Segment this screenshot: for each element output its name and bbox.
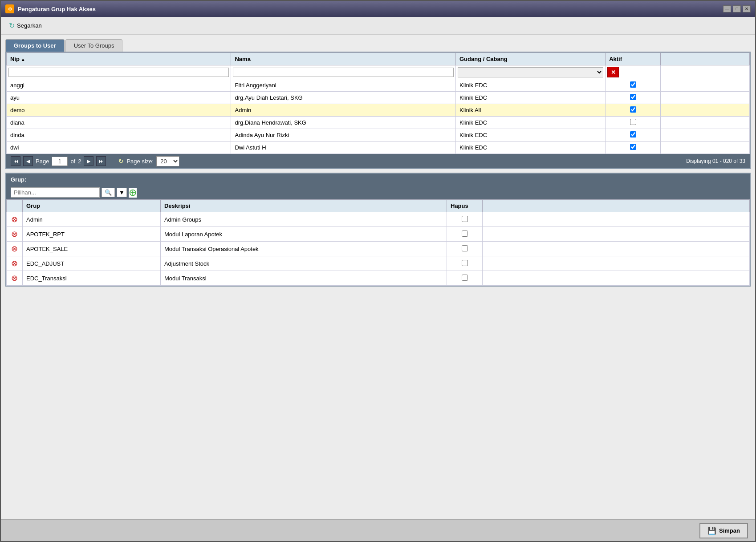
group-row[interactable]: ⊗EDC_ADJUSTAdjustment Stock [7, 256, 750, 271]
hapus-checkbox[interactable] [462, 260, 468, 266]
cell-aktif [606, 92, 661, 104]
aktif-checkbox[interactable] [630, 106, 636, 113]
col-header-aktif[interactable]: Aktif [606, 53, 661, 65]
page-size-select[interactable]: 102050100 [156, 156, 179, 166]
group-search-input[interactable] [11, 187, 100, 198]
table-row[interactable]: ayudrg.Ayu Diah Lestari, SKGKlinik EDC [7, 92, 750, 104]
save-button[interactable]: 💾 Simpan [699, 523, 748, 538]
delete-icon[interactable]: ⊗ [11, 215, 18, 224]
page-input[interactable] [52, 157, 68, 166]
cell-delete: ⊗ [7, 271, 23, 286]
cell-nip: anggi [7, 79, 231, 92]
aktif-clear-button[interactable]: ✕ [607, 67, 619, 77]
lower-section: Grup: 🔍 ▼ ⊕ Grup Deskripsi Hapus [5, 173, 751, 287]
search-bar: 🔍 ▼ ⊕ [6, 186, 750, 199]
cell-nama: Dwi Astuti H [231, 142, 455, 154]
of-label: of [70, 158, 75, 165]
cell-nip: diana [7, 117, 231, 129]
prev-page-btn[interactable]: ◀ [23, 156, 33, 166]
tab-user-to-groups[interactable]: User To Groups [65, 39, 123, 52]
col-header-hapus[interactable]: Hapus [447, 200, 483, 212]
cell-hapus [447, 227, 483, 242]
table-row[interactable]: dianadrg.Diana Hendrawati, SKGKlinik EDC [7, 117, 750, 129]
table-row[interactable]: dwiDwi Astuti HKlinik EDC [7, 142, 750, 154]
aktif-checkbox[interactable] [630, 94, 636, 100]
group-row[interactable]: ⊗AdminAdmin Groups [7, 212, 750, 227]
group-row[interactable]: ⊗EDC_TransaksiModul Transaksi [7, 271, 750, 286]
cell-nama: Fitri Anggeriyani [231, 79, 455, 92]
search-dropdown-btn[interactable]: ▼ [117, 188, 127, 197]
group-table-wrap: Grup Deskripsi Hapus ⊗AdminAdmin Groups⊗… [6, 199, 750, 286]
group-row[interactable]: ⊗APOTEK_SALEModul Transaksi Operasional … [7, 242, 750, 256]
col-header-del [7, 200, 23, 212]
window-title: Pengaturan Grup Hak Akses [18, 6, 96, 12]
plus-icon: ⊕ [129, 187, 137, 198]
cell-gudang: Klinik EDC [455, 142, 605, 154]
aktif-checkbox[interactable] [630, 81, 636, 88]
minimize-btn[interactable]: — [723, 5, 731, 12]
window-controls: — □ ✕ [723, 5, 751, 12]
maximize-btn[interactable]: □ [733, 5, 741, 12]
filter-nama[interactable] [233, 68, 453, 77]
next-page-btn[interactable]: ▶ [84, 156, 93, 166]
col-header-extra2 [483, 200, 750, 212]
displaying-info: Displaying 01 - 020 of 33 [686, 158, 745, 164]
cell-nama: drg.Ayu Diah Lestari, SKG [231, 92, 455, 104]
cell-nip: dwi [7, 142, 231, 154]
col-header-deskripsi[interactable]: Deskripsi [160, 200, 447, 212]
cell-deskripsi: Modul Transaksi Operasional Apotek [160, 242, 447, 256]
aktif-checkbox[interactable] [630, 119, 636, 125]
col-header-grup[interactable]: Grup [23, 200, 161, 212]
cell-grup: APOTEK_RPT [23, 227, 161, 242]
search-button[interactable]: 🔍 [102, 188, 115, 197]
grup-label: Grup: [6, 174, 750, 186]
filter-nip[interactable] [8, 68, 229, 77]
content-area: Groups to User User To Groups Nip Nama G… [1, 35, 755, 519]
delete-icon[interactable]: ⊗ [11, 274, 18, 283]
filter-gudang-wrap [458, 67, 603, 77]
filter-gudang-select[interactable] [458, 67, 603, 77]
close-btn[interactable]: ✕ [743, 5, 751, 12]
col-header-gudang[interactable]: Gudang / Cabang [455, 53, 605, 65]
table-row[interactable]: anggiFitri AnggeriyaniKlinik EDC [7, 79, 750, 92]
table-row[interactable]: dindaAdinda Ayu Nur RizkiKlinik EDC [7, 129, 750, 142]
cell-hapus [447, 242, 483, 256]
cell-grup: EDC_ADJUST [23, 256, 161, 271]
cell-aktif [606, 104, 661, 117]
hapus-checkbox[interactable] [462, 275, 468, 281]
last-page-btn[interactable]: ⏭ [96, 156, 106, 166]
cell-nama: Adinda Ayu Nur Rizki [231, 129, 455, 142]
page-label: Page [36, 158, 49, 165]
toolbar: ↻ Segarkan [1, 17, 755, 35]
cell-aktif [606, 79, 661, 92]
cell-hapus [447, 271, 483, 286]
hapus-checkbox[interactable] [462, 231, 468, 237]
cell-grup: EDC_Transaksi [23, 271, 161, 286]
refresh-button[interactable]: ↻ Segarkan [5, 20, 45, 31]
group-table: Grup Deskripsi Hapus ⊗AdminAdmin Groups⊗… [6, 199, 750, 286]
col-header-nama[interactable]: Nama [231, 53, 455, 65]
cell-delete: ⊗ [7, 242, 23, 256]
cell-gudang: Klinik All [455, 104, 605, 117]
cell-gudang: Klinik EDC [455, 117, 605, 129]
add-group-button[interactable]: ⊕ [129, 188, 137, 198]
first-page-btn[interactable]: ⏮ [11, 156, 20, 166]
col-header-nip[interactable]: Nip [7, 53, 231, 65]
hapus-checkbox[interactable] [462, 245, 468, 251]
cell-deskripsi: Modul Transaksi [160, 271, 447, 286]
aktif-checkbox[interactable] [630, 144, 636, 150]
delete-icon[interactable]: ⊗ [11, 259, 18, 268]
main-panel: Nip Nama Gudang / Cabang Aktif [5, 52, 751, 169]
tab-groups-to-user[interactable]: Groups to User [5, 39, 65, 52]
cell-nama: Admin [231, 104, 455, 117]
page-refresh-icon: ↻ [118, 158, 124, 165]
cell-aktif [606, 129, 661, 142]
cell-nip: ayu [7, 92, 231, 104]
group-row[interactable]: ⊗APOTEK_RPTModul Laporan Apotek [7, 227, 750, 242]
aktif-checkbox[interactable] [630, 131, 636, 138]
table-row[interactable]: demoAdminKlinik All [7, 104, 750, 117]
delete-icon[interactable]: ⊗ [11, 244, 18, 253]
cell-nip: dinda [7, 129, 231, 142]
hapus-checkbox[interactable] [462, 216, 468, 222]
delete-icon[interactable]: ⊗ [11, 230, 18, 239]
